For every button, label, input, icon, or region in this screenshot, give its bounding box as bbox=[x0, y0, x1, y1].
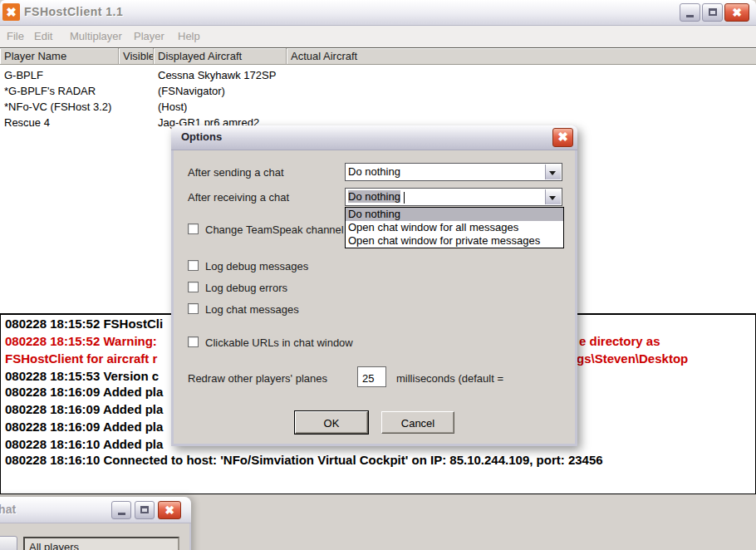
player-name-cell: G-BPLF bbox=[4, 69, 43, 81]
chevron-down-icon[interactable] bbox=[545, 189, 561, 204]
options-dialog-body: After sending a chat Do nothing After re… bbox=[174, 150, 575, 444]
chat-window: Chat ✖ All players bbox=[0, 497, 191, 550]
after-receiving-chat-value: Do nothing bbox=[348, 190, 400, 203]
clickable-urls-label: Clickable URLs in chat window bbox=[205, 336, 353, 349]
redraw-interval-input[interactable] bbox=[357, 366, 386, 387]
maximize-button[interactable] bbox=[702, 3, 723, 22]
menu-file[interactable]: File bbox=[7, 30, 24, 42]
chat-maximize-button[interactable] bbox=[135, 501, 155, 519]
chat-minimize-button[interactable] bbox=[111, 501, 131, 519]
chat-recipient-select[interactable]: All players bbox=[23, 537, 179, 550]
chat-recipient-value: All players bbox=[29, 541, 79, 550]
displayed-aircraft-cell: (FSNavigator) bbox=[158, 85, 225, 97]
after-sending-chat-value: Do nothing bbox=[348, 165, 400, 178]
cancel-button[interactable]: Cancel bbox=[381, 411, 454, 434]
menu-player[interactable]: Player bbox=[134, 30, 164, 42]
options-title-bar: Options ✖ bbox=[171, 125, 577, 150]
log-line: 080228 18:16:10 Connected to host: 'NFo/… bbox=[5, 453, 603, 467]
chat-title-bar: Chat ✖ bbox=[0, 497, 191, 523]
displayed-aircraft-cell: Cessna Skyhawk 172SP bbox=[158, 69, 276, 81]
ok-button[interactable]: OK bbox=[295, 411, 368, 434]
maximize-icon bbox=[140, 506, 149, 513]
log-line: 080228 18:15:52 Warning:e directory as bbox=[5, 334, 157, 348]
log-debug-errors-label: Log debug errors bbox=[205, 282, 287, 294]
log-debug-errors-checkbox[interactable] bbox=[188, 282, 199, 292]
log-line: 080228 18:16:09 Added pla bbox=[5, 402, 163, 416]
column-header-player-name[interactable]: Player Name bbox=[0, 48, 119, 65]
after-sending-chat-select[interactable]: Do nothing bbox=[345, 163, 562, 181]
option-do-nothing[interactable]: Do nothing bbox=[346, 208, 563, 221]
log-line: 080228 18:15:53 Version c bbox=[5, 369, 159, 383]
log-chat-messages-label: Log chat messages bbox=[205, 303, 299, 316]
close-icon: ✖ bbox=[557, 130, 568, 144]
close-button[interactable]: ✖ bbox=[724, 3, 749, 22]
column-header-visible[interactable]: Visible bbox=[119, 48, 154, 65]
redraw-units-label: milliseconds (default = bbox=[396, 372, 503, 385]
close-icon: ✖ bbox=[732, 6, 742, 19]
close-icon: ✖ bbox=[164, 503, 174, 517]
log-debug-messages-checkbox[interactable] bbox=[188, 260, 199, 271]
column-header-actual-aircraft[interactable]: Actual Aircraft bbox=[287, 48, 756, 65]
after-sending-chat-label: After sending a chat bbox=[188, 166, 284, 179]
log-line: 080228 18:16:09 Added pla bbox=[5, 420, 163, 434]
menu-bar: File Edit Multiplayer Player Help bbox=[0, 26, 756, 47]
app-icon: ✖ bbox=[2, 3, 20, 21]
text-caret bbox=[404, 192, 405, 204]
window-title: FSHostClient 1.1 bbox=[24, 5, 123, 18]
log-chat-messages-checkbox[interactable] bbox=[188, 303, 199, 314]
chevron-down-icon[interactable] bbox=[545, 165, 561, 179]
option-open-all-messages[interactable]: Open chat window for all messages bbox=[346, 221, 563, 234]
options-close-button[interactable]: ✖ bbox=[552, 128, 573, 147]
displayed-aircraft-cell: (Host) bbox=[158, 101, 187, 113]
redraw-planes-label: Redraw other players' planes bbox=[188, 372, 327, 385]
log-debug-messages-label: Log debug messages bbox=[205, 260, 308, 273]
options-dialog-title: Options bbox=[181, 130, 222, 143]
teamspeak-checkbox[interactable] bbox=[188, 223, 199, 234]
options-dialog: Options ✖ After sending a chat Do nothin… bbox=[171, 125, 577, 446]
menu-multiplayer[interactable]: Multiplayer bbox=[70, 30, 122, 42]
log-line: FSHostClient for aircraft rgs\Steven\Des… bbox=[5, 351, 157, 366]
fshostclient-window: ✖ FSHostClient 1.1 ✖ File Edit Multiplay… bbox=[0, 0, 756, 550]
menu-edit[interactable]: Edit bbox=[34, 30, 52, 42]
teamspeak-checkbox-label: Change TeamSpeak channel bbox=[205, 223, 344, 236]
after-receiving-chat-select[interactable]: Do nothing bbox=[345, 188, 562, 206]
log-line: 080228 18:16:10 Added pla bbox=[5, 437, 163, 451]
minimize-icon bbox=[686, 15, 694, 17]
chat-send-button[interactable] bbox=[0, 536, 17, 550]
title-bar: ✖ FSHostClient 1.1 ✖ bbox=[0, 0, 756, 26]
clickable-urls-checkbox[interactable] bbox=[188, 336, 199, 347]
chat-close-button[interactable]: ✖ bbox=[158, 501, 181, 519]
minimize-button[interactable] bbox=[680, 3, 700, 22]
minimize-icon bbox=[118, 513, 125, 515]
menu-help[interactable]: Help bbox=[178, 30, 200, 42]
player-name-cell: *G-BPLF's RADAR bbox=[4, 85, 96, 97]
chat-window-title: Chat bbox=[0, 503, 16, 516]
log-line: 080228 18:16:09 Added pla bbox=[5, 385, 163, 399]
after-receiving-chat-label: After receiving a chat bbox=[188, 191, 289, 204]
column-header-displayed-aircraft[interactable]: Displayed Aircraft bbox=[154, 48, 287, 65]
player-name-cell: *NFo-VC (FSHost 3.2) bbox=[4, 101, 111, 113]
player-name-cell: Rescue 4 bbox=[4, 116, 50, 129]
option-open-private-messages[interactable]: Open chat window for private messages bbox=[346, 234, 563, 248]
maximize-icon bbox=[709, 8, 717, 16]
after-receiving-chat-options-list: Do nothing Open chat window for all mess… bbox=[345, 207, 564, 248]
log-line: 080228 18:15:52 FSHostCli bbox=[5, 317, 163, 331]
